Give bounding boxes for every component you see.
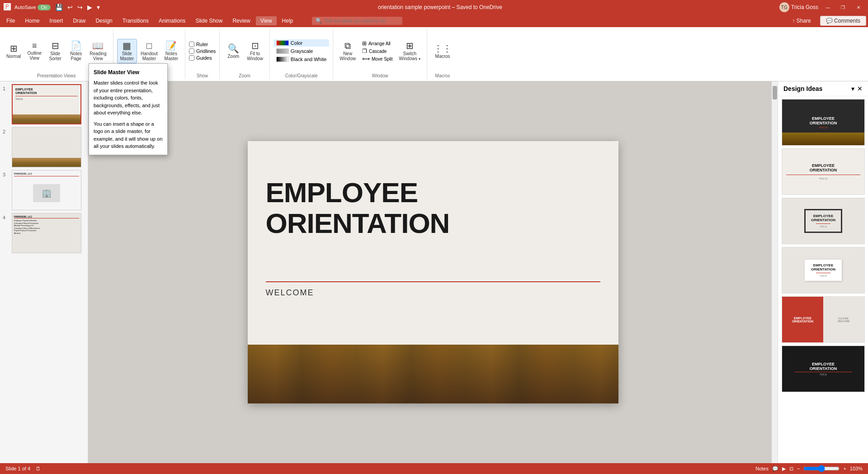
zoom-button[interactable]: 🔍 Zoom (223, 42, 243, 61)
ruler-label: Ruler (196, 42, 208, 47)
notes-master-button[interactable]: 📝 NotesMaster (161, 39, 181, 63)
notes-label[interactable]: Notes (755, 466, 769, 471)
macros-button[interactable]: ⋮⋮ Macros (431, 42, 454, 61)
macros-icon: ⋮⋮ (434, 44, 452, 53)
fit-to-window-button[interactable]: ⊡ Fit toWindow (244, 39, 266, 63)
scrollbar-thumb[interactable] (773, 86, 777, 100)
color-choices: Color Grayscale Black and White (274, 39, 329, 63)
design4-line (816, 273, 830, 273)
macros-label: Macros (435, 73, 450, 78)
design-thumb-6[interactable]: EMPLOYEEORIENTATION TRICIA (782, 346, 864, 392)
slideshow-icon[interactable]: ▶ (782, 466, 786, 472)
slide-thumbnail-1[interactable]: 1 EMPLOYEEORIENTATION TRICIA (3, 84, 85, 124)
ruler-checkbox-label[interactable]: Ruler (189, 42, 216, 47)
reading-view-button[interactable]: 📖 ReadingView (87, 39, 109, 63)
tooltip-line2: You can insert a shape or a logo on a sl… (94, 120, 163, 150)
design-panel-dropdown[interactable]: ▾ (851, 85, 854, 92)
color-option-color[interactable]: Color (274, 39, 329, 47)
slide-thumbnail-2[interactable]: 2 (3, 127, 85, 167)
guides-checkbox[interactable] (189, 55, 194, 61)
design-panel-title: Design Ideas (783, 85, 822, 92)
qa-more-button[interactable]: ▾ (96, 3, 101, 12)
window-stacked-buttons: ⊞ Arrange All ❐ Cascade ⟺ Move Split (359, 40, 396, 62)
title-bar-right: TG Tricia Goss — ❐ ✕ (779, 2, 864, 12)
close-button[interactable]: ✕ (853, 3, 864, 12)
outline-view-button[interactable]: ≡ OutlineView (24, 40, 44, 62)
design-thumb-2[interactable]: EMPLOYEEORIENTATION TRICIA (782, 148, 864, 195)
move-split-button[interactable]: ⟺ Move Split (359, 55, 396, 62)
zoom-out-icon[interactable]: − (797, 466, 800, 471)
normal-view-button[interactable]: ⊞ Normal (4, 42, 24, 61)
zoom-slider[interactable] (803, 465, 840, 472)
slide-master-label: SlideMaster (120, 51, 134, 61)
zoom-label: Zoom (228, 54, 240, 59)
menu-home[interactable]: Home (20, 16, 44, 25)
menu-slideshow[interactable]: Slide Show (191, 16, 227, 25)
handout-master-button[interactable]: □ HandoutMaster (138, 39, 160, 63)
design-thumb-img-5: EMPLOYEEORIENTATION CULTUREWELCOME (782, 296, 865, 343)
slide-master-button[interactable]: ▦ SlideMaster (117, 39, 137, 63)
normal-view-icon: ⊞ (10, 44, 18, 53)
menu-draw[interactable]: Draw (68, 16, 90, 25)
reading-view-label: ReadingView (90, 51, 106, 61)
cascade-button[interactable]: ❐ Cascade (359, 47, 396, 55)
design3-subtitle: TRICIA (811, 225, 835, 228)
slide-thumbnail-4[interactable]: 4 PARKDESK, LLC Employee Payroll & Benef… (3, 213, 85, 253)
save-button[interactable]: 💾 (54, 3, 64, 12)
design-thumb-3[interactable]: EMPLOYEEORIENTATION TRICIA (782, 198, 864, 244)
menu-animations[interactable]: Animations (154, 16, 190, 25)
slide1-wood (13, 114, 80, 123)
arrange-all-button[interactable]: ⊞ Arrange All (359, 40, 396, 47)
menu-view[interactable]: View (256, 16, 277, 25)
gridlines-checkbox-label[interactable]: Gridlines (189, 48, 216, 54)
fit-view-icon[interactable]: ⊡ (789, 466, 793, 472)
design5-red-box: EMPLOYEEORIENTATION (782, 297, 823, 342)
notes-page-button[interactable]: 📄 NotesPage (66, 39, 86, 63)
slide-num-3: 3 (3, 170, 9, 177)
menu-help[interactable]: Help (278, 16, 298, 25)
notes-master-label: NotesMaster (165, 51, 179, 61)
slide1-subtitle: TRICIA (15, 98, 78, 100)
zoom-in-icon[interactable]: + (843, 466, 846, 471)
user-area[interactable]: TG Tricia Goss (779, 2, 818, 12)
switch-windows-button[interactable]: ⊞ SwitchWindows ▾ (396, 39, 423, 63)
move-split-label: Move Split (372, 57, 393, 62)
normal-view-label: Normal (6, 54, 21, 59)
reading-view-icon: 📖 (92, 41, 104, 50)
restore-button[interactable]: ❐ (837, 3, 849, 12)
present-button[interactable]: ▶ (86, 3, 93, 12)
ruler-checkbox[interactable] (189, 42, 194, 47)
color-option-grayscale[interactable]: Grayscale (274, 47, 329, 55)
show-label: Show (197, 73, 208, 78)
comments-button[interactable]: 💬 Comments (820, 16, 866, 26)
search-input[interactable] (324, 18, 399, 24)
color-option-bw[interactable]: Black and White (274, 56, 329, 63)
minimize-button[interactable]: — (822, 3, 834, 12)
ribbon-group-zoom: 🔍 Zoom ⊡ Fit toWindow Zoom (220, 29, 270, 79)
design-thumb-5[interactable]: EMPLOYEEORIENTATION CULTUREWELCOME (782, 296, 864, 343)
guides-label: Guides (196, 55, 212, 61)
menu-transitions[interactable]: Transitions (118, 16, 153, 25)
redo-button[interactable]: ↪ (76, 3, 84, 12)
design3-frame: EMPLOYEEORIENTATION TRICIA (804, 209, 842, 233)
design-thumb-4[interactable]: EMPLOYEEORIENTATION TRICIA (782, 247, 864, 294)
switch-windows-label: SwitchWindows ▾ (399, 51, 420, 61)
slide-thumbnail-3[interactable]: 3 PARKDESK, LLC 🏢 (3, 170, 85, 210)
vertical-scrollbar[interactable] (771, 81, 778, 463)
gridlines-checkbox[interactable] (189, 48, 194, 54)
menu-review[interactable]: Review (228, 16, 255, 25)
autosave-toggle[interactable]: AutoSave On (14, 4, 52, 11)
new-window-button[interactable]: ⧉ NewWindow (337, 39, 359, 63)
undo-button[interactable]: ↩ (66, 3, 74, 12)
comments-status-icon[interactable]: 💬 (772, 466, 778, 472)
main-slide-wood-floor (248, 345, 618, 403)
menu-insert[interactable]: Insert (45, 16, 67, 25)
guides-checkbox-label[interactable]: Guides (189, 55, 216, 61)
menu-file[interactable]: File (2, 16, 19, 25)
slide4-content: Employee Payroll & Benefits Company Poli… (14, 219, 79, 235)
design-thumb-1[interactable]: EMPLOYEEORIENTATION TRICIA (782, 99, 864, 146)
share-button[interactable]: ↑ Share (787, 16, 816, 25)
menu-design[interactable]: Design (91, 16, 117, 25)
slide-sorter-button[interactable]: ⊟ SlideSorter (45, 39, 65, 63)
design-panel-close[interactable]: ✕ (857, 85, 863, 92)
